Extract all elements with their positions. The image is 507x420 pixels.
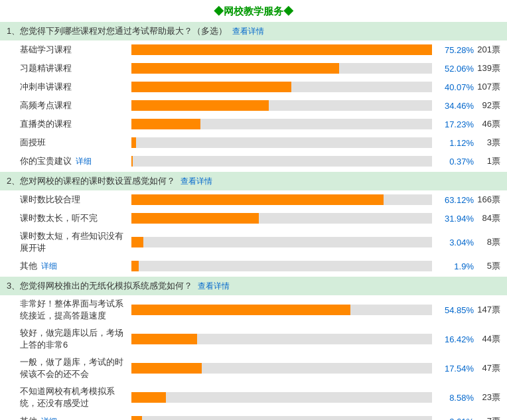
section-detail-link-q1[interactable]: 查看详情 <box>232 26 264 37</box>
row-label-text: 一般，做了题库，考试的时候该不会的还不会 <box>20 356 126 380</box>
vote-label: 47票 <box>474 362 500 374</box>
row-label: 习题精讲课程 <box>20 62 126 74</box>
bar-fill <box>131 137 136 148</box>
row-label: 课时数太长，听不完 <box>20 212 126 224</box>
section-label-q3: 3、您觉得网校推出的无纸化模拟系统感觉如何？ <box>7 280 192 292</box>
row-label: 一般，做了题库，考试的时候该不会的还不会 <box>20 356 126 380</box>
table-row: 面授班1.12%3票 <box>0 133 507 152</box>
row-label: 直播类的课程 <box>20 118 126 130</box>
row-label: 课时数比较合理 <box>20 194 126 206</box>
pct-label: 17.23% <box>437 119 474 129</box>
survey-container: 1、您觉得下列哪些课程对您通过考试帮助最大？（多选）查看详情基础学习课程75.2… <box>0 22 507 420</box>
bar-container <box>131 137 432 148</box>
row-label-text: 较好，做完题库以后，考场上答的非常6 <box>20 327 126 351</box>
row-detail-link[interactable]: 详细 <box>41 261 57 272</box>
row-label: 较好，做完题库以后，考场上答的非常6 <box>20 327 126 351</box>
table-row: 一般，做了题库，考试的时候该不会的还不会17.54%47票 <box>0 354 507 383</box>
bar-container <box>131 156 432 167</box>
pct-label: 17.54% <box>437 364 474 374</box>
row-label-text: 其他 <box>20 415 37 420</box>
page-title: ◆网校教学服务◆ <box>0 0 507 22</box>
pct-label: 0.37% <box>437 157 474 167</box>
pct-label: 63.12% <box>437 195 474 205</box>
bar-container <box>131 63 432 74</box>
pct-label: 40.07% <box>437 82 474 92</box>
bar-container <box>131 237 432 247</box>
vote-label: 92票 <box>474 100 500 111</box>
table-row: 直播类的课程17.23%46票 <box>0 115 507 133</box>
bar-fill <box>131 156 133 167</box>
row-label-text: 冲刺串讲课程 <box>20 81 72 93</box>
row-label: 冲刺串讲课程 <box>20 81 126 93</box>
bar-fill <box>131 44 432 55</box>
bar-fill <box>131 119 200 129</box>
vote-label: 201票 <box>474 44 500 56</box>
pct-label: 34.46% <box>437 101 474 111</box>
table-row: 非常好！整体界面与考试系统接近，提高答题速度54.85%147票 <box>0 295 507 324</box>
pct-label: 1.9% <box>437 261 474 271</box>
table-row: 不知道网校有机考模拟系统，还没有感受过8.58%23票 <box>0 383 507 412</box>
row-label: 你的宝贵建议详细 <box>20 155 126 167</box>
row-label: 其他详细 <box>20 415 126 420</box>
pct-label: 2.61% <box>437 417 474 421</box>
row-label-text: 课时数太短，有些知识没有展开讲 <box>20 230 126 254</box>
vote-label: 147票 <box>474 304 500 316</box>
bar-fill <box>131 63 339 74</box>
row-label: 其他详细 <box>20 260 126 272</box>
row-detail-link[interactable]: 详细 <box>41 416 57 421</box>
table-row: 课时数太长，听不完31.94%84票 <box>0 209 507 228</box>
vote-label: 84票 <box>474 212 500 224</box>
bar-container <box>131 82 432 92</box>
bar-container <box>131 261 432 271</box>
bar-container <box>131 334 432 344</box>
row-label-text: 其他 <box>20 260 37 272</box>
row-label-text: 课时数比较合理 <box>20 194 80 206</box>
vote-label: 44票 <box>474 333 500 345</box>
bar-fill <box>131 392 166 403</box>
vote-label: 3票 <box>474 137 500 149</box>
table-row: 冲刺串讲课程40.07%107票 <box>0 78 507 96</box>
pct-label: 75.28% <box>437 45 474 55</box>
bar-container <box>131 119 432 129</box>
pct-label: 8.58% <box>437 393 474 403</box>
pct-label: 1.12% <box>437 138 474 148</box>
vote-label: 7票 <box>474 415 500 420</box>
row-label-text: 直播类的课程 <box>20 118 72 130</box>
vote-label: 5票 <box>474 260 500 272</box>
bar-fill <box>131 334 197 344</box>
bar-fill <box>131 82 291 92</box>
bar-fill <box>131 261 139 271</box>
table-row: 较好，做完题库以后，考场上答的非常616.42%44票 <box>0 324 507 354</box>
vote-label: 46票 <box>474 118 500 130</box>
row-label-text: 高频考点课程 <box>20 100 72 111</box>
bar-fill <box>131 237 143 247</box>
row-label-text: 习题精讲课程 <box>20 62 72 74</box>
row-label-text: 课时数太长，听不完 <box>20 212 98 224</box>
pct-label: 52.06% <box>437 64 474 74</box>
section-detail-link-q3[interactable]: 查看详情 <box>198 281 230 292</box>
row-detail-link[interactable]: 详细 <box>76 156 92 167</box>
table-row: 其他详细2.61%7票 <box>0 412 507 420</box>
bar-fill <box>131 194 384 205</box>
bar-container <box>131 305 432 315</box>
row-label: 面授班 <box>20 137 126 149</box>
bar-container <box>131 194 432 205</box>
vote-label: 1票 <box>474 155 500 167</box>
bar-fill <box>131 213 259 224</box>
row-label: 基础学习课程 <box>20 44 126 56</box>
pct-label: 3.04% <box>437 238 474 247</box>
table-row: 课时数比较合理63.12%166票 <box>0 190 507 209</box>
row-label-text: 基础学习课程 <box>20 44 72 56</box>
section-label-q1: 1、您觉得下列哪些课程对您通过考试帮助最大？（多选） <box>7 25 227 37</box>
pct-label: 16.42% <box>437 334 474 344</box>
bar-fill <box>131 416 142 420</box>
section-detail-link-q2[interactable]: 查看详情 <box>181 176 212 187</box>
section-label-q2: 2、您对网校的课程的课时数设置感觉如何？ <box>7 175 175 187</box>
vote-label: 139票 <box>474 62 500 74</box>
row-label: 不知道网校有机考模拟系统，还没有感受过 <box>20 385 126 409</box>
bar-fill <box>131 305 350 315</box>
table-row: 高频考点课程34.46%92票 <box>0 96 507 115</box>
bar-container <box>131 416 432 420</box>
table-row: 习题精讲课程52.06%139票 <box>0 59 507 78</box>
row-label-text: 不知道网校有机考模拟系统，还没有感受过 <box>20 385 126 409</box>
